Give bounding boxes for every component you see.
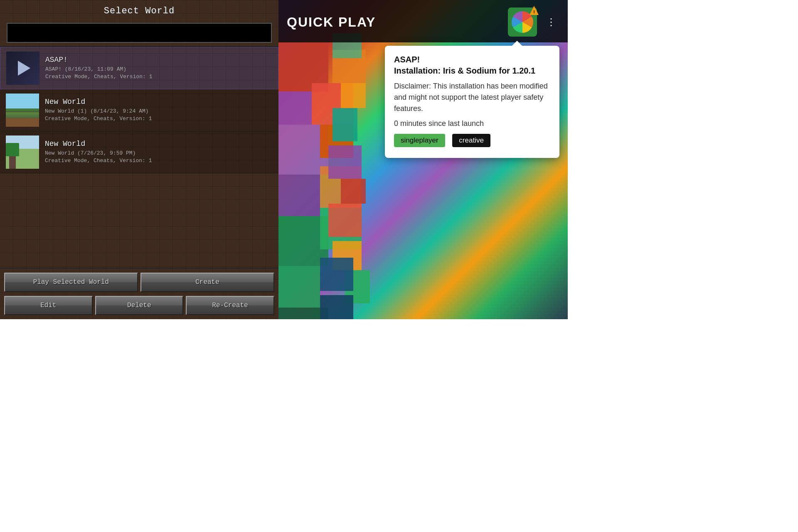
warning-text: ! [533, 10, 536, 15]
create-button[interactable]: Create [140, 273, 274, 292]
bottom-buttons-row2: Edit Delete Re-Create [0, 296, 278, 319]
more-options-icon[interactable]: ⋮ [543, 15, 559, 30]
world-item-asap[interactable]: ASAP! ASAP! (8/16/23, 11:09 AM) Creative… [0, 47, 278, 89]
recreate-button[interactable]: Re-Create [186, 296, 274, 315]
select-world-panel: Select World ASAP! ASAP! (8/16/23, 11:09… [0, 0, 278, 319]
world-list: ASAP! ASAP! (8/16/23, 11:09 AM) Creative… [0, 46, 278, 268]
warning-badge: ! [530, 6, 539, 15]
tooltip-world-name: ASAP! [394, 55, 550, 64]
tooltip-popup: ASAP! Installation: Iris & Sodium for 1.… [385, 46, 559, 158]
launcher-icon: ! [508, 7, 537, 37]
world-item-new2[interactable]: New World New World (7/26/23, 9:59 PM) C… [0, 131, 278, 173]
search-input[interactable] [11, 29, 268, 37]
world-thumbnail-new1 [6, 94, 39, 127]
tooltip-disclaimer: Disclaimer: This installation has been m… [394, 81, 550, 114]
svg-rect-15 [328, 204, 362, 237]
world-meta-asap: ASAP! (8/16/23, 11:09 AM) Creative Mode,… [45, 66, 272, 81]
play-selected-button[interactable]: Play Selected World [4, 273, 138, 292]
quick-play-title: QUICK PLAY [287, 15, 508, 30]
world-thumbnail-asap [6, 52, 39, 85]
svg-rect-5 [278, 175, 320, 216]
world-meta-new2: New World (7/26/23, 9:59 PM) Creative Mo… [45, 150, 273, 165]
svg-rect-1 [278, 91, 312, 125]
tag-singleplayer[interactable]: singleplayer [394, 134, 445, 147]
svg-rect-9 [278, 266, 320, 308]
delete-button[interactable]: Delete [95, 296, 184, 315]
quick-play-panel: QUICK PLAY ! ⋮ ASAP! Installation: Iris … [278, 0, 568, 319]
svg-rect-18 [320, 258, 353, 291]
svg-rect-11 [341, 83, 366, 108]
world-name-asap: ASAP! [45, 56, 272, 64]
tag-creative[interactable]: creative [452, 134, 490, 147]
world-info-new1: New World New World (1) (8/14/23, 9:24 A… [45, 98, 273, 123]
svg-rect-20 [320, 295, 353, 319]
tooltip-time: 0 minutes since last launch [394, 119, 550, 128]
svg-rect-12 [332, 108, 357, 141]
right-header: QUICK PLAY ! ⋮ [278, 0, 568, 42]
search-box[interactable] [7, 23, 272, 43]
world-name-new2: New World [45, 140, 273, 148]
world-info-asap: ASAP! ASAP! (8/16/23, 11:09 AM) Creative… [45, 56, 272, 81]
tooltip-installation: Installation: Iris & Sodium for 1.20.1 [394, 66, 550, 76]
svg-rect-14 [341, 179, 366, 204]
bottom-buttons-row1: Play Selected World Create [0, 268, 278, 296]
world-info-new2: New World New World (7/26/23, 9:59 PM) C… [45, 140, 273, 165]
tooltip-tags: singleplayer creative [394, 134, 550, 150]
edit-button[interactable]: Edit [4, 296, 93, 315]
world-item-new1[interactable]: New World New World (1) (8/14/23, 9:24 A… [0, 89, 278, 131]
world-meta-new1: New World (1) (8/14/23, 9:24 AM) Creativ… [45, 108, 273, 123]
svg-rect-13 [328, 145, 362, 179]
world-name-new1: New World [45, 98, 273, 106]
world-thumbnail-new2 [6, 135, 39, 169]
panel-title: Select World [0, 0, 278, 20]
